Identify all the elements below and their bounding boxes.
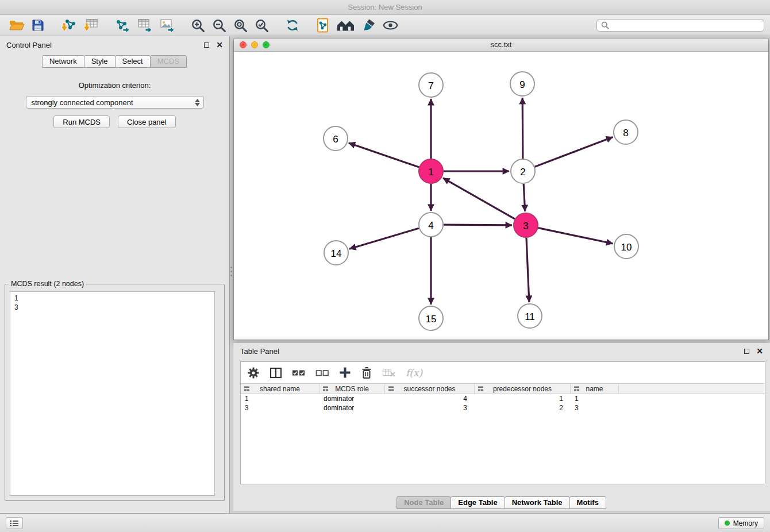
export-image-button[interactable] [157, 17, 176, 34]
edge-4-3[interactable] [444, 225, 512, 225]
delete-table-icon [382, 368, 396, 378]
refresh-layout-button[interactable] [283, 17, 302, 34]
float-panel-icon[interactable] [204, 43, 209, 48]
edge-3-1[interactable] [443, 178, 515, 219]
float-table-panel-icon[interactable] [744, 349, 749, 354]
panel-splitter-handle[interactable] [229, 261, 233, 281]
tab-motifs[interactable]: Motifs [569, 496, 606, 509]
edge-2-8[interactable] [535, 137, 613, 167]
tab-network-table[interactable]: Network Table [505, 496, 570, 509]
column-header-successor-nodes[interactable]: successor nodes [385, 384, 475, 394]
edge-4-14[interactable] [349, 228, 419, 249]
table-row[interactable]: 1dominator411 [241, 394, 765, 403]
tab-style[interactable]: Style [84, 55, 116, 68]
refresh-layout-icon [285, 18, 300, 33]
column-header-mcds-role[interactable]: MCDS role [319, 384, 385, 394]
criterion-dropdown[interactable]: strongly connected component [26, 96, 204, 109]
close-panel-icon[interactable]: ✕ [216, 41, 223, 49]
table-toolbar: f(x) [241, 362, 765, 383]
deselect-all-button[interactable] [315, 369, 329, 377]
graph-node-1[interactable]: 1 [419, 159, 443, 183]
svg-text:1: 1 [428, 167, 433, 178]
settings-gear-button[interactable] [247, 367, 260, 379]
tab-select[interactable]: Select [115, 55, 151, 68]
edge-1-6[interactable] [349, 143, 419, 167]
memory-status-icon [725, 521, 730, 526]
close-panel-button[interactable]: Close panel [118, 115, 176, 128]
export-image-icon [159, 18, 175, 33]
add-column-button[interactable] [339, 367, 351, 379]
svg-text:4: 4 [428, 220, 433, 231]
delete-column-button[interactable] [361, 367, 372, 379]
import-table-button[interactable] [81, 17, 100, 34]
show-hide-button[interactable] [381, 18, 400, 32]
open-session-button[interactable] [7, 18, 26, 33]
graph-node-4[interactable]: 4 [419, 213, 443, 237]
function-builder-button[interactable]: f(x) [406, 367, 422, 379]
graph-node-11[interactable]: 11 [518, 304, 542, 328]
panel-menu-button[interactable] [6, 517, 23, 529]
svg-text:11: 11 [525, 311, 535, 322]
tab-mcds[interactable]: MCDS [150, 55, 187, 68]
svg-text:9: 9 [519, 79, 525, 90]
tab-edge-table[interactable]: Edge Table [451, 496, 505, 509]
search-field[interactable] [596, 19, 764, 32]
select-all-icon [292, 369, 306, 377]
close-table-panel-icon[interactable]: ✕ [756, 347, 763, 355]
graph-node-7[interactable]: 7 [419, 73, 443, 97]
zoom-selected-button[interactable] [253, 17, 271, 34]
table-cell: 1 [475, 395, 571, 403]
graph-node-2[interactable]: 2 [511, 159, 535, 183]
column-header-shared-name[interactable]: shared name [241, 384, 319, 394]
column-edit-icon [388, 385, 394, 392]
network-canvas[interactable]: 7968124314101511 [234, 52, 768, 340]
titlebar: Session: New Session [0, 0, 770, 15]
minimize-window-icon[interactable]: − [251, 41, 258, 48]
zoom-out-icon [212, 18, 226, 33]
import-network-icon [60, 18, 76, 33]
tab-node-table[interactable]: Node Table [396, 496, 451, 509]
style-brush-button[interactable] [360, 17, 378, 33]
table-row[interactable]: 3dominator323 [241, 403, 765, 413]
search-input[interactable] [612, 21, 760, 30]
memory-button[interactable]: Memory [718, 517, 764, 529]
export-table-button[interactable] [135, 17, 154, 34]
graph-node-9[interactable]: 9 [510, 72, 534, 96]
delete-table-button[interactable] [382, 368, 396, 378]
split-panel-button[interactable] [270, 367, 282, 379]
column-header-name[interactable]: name [571, 384, 619, 394]
select-all-button[interactable] [292, 369, 306, 377]
mcds-result-list[interactable]: 13 [10, 291, 215, 496]
tab-network[interactable]: Network [42, 55, 84, 68]
column-edit-icon [573, 385, 580, 392]
export-network-button[interactable] [113, 17, 132, 34]
table-cell: 3 [571, 404, 619, 412]
save-session-button[interactable] [30, 18, 46, 33]
maximize-window-icon[interactable]: + [263, 41, 270, 48]
svg-text:2: 2 [520, 167, 525, 178]
zoom-in-button[interactable] [189, 17, 207, 34]
edge-3-11[interactable] [526, 238, 529, 302]
graph-node-3[interactable]: 3 [514, 213, 538, 237]
result-item[interactable]: 1 [14, 294, 210, 303]
graph-node-15[interactable]: 15 [419, 306, 443, 330]
network-window-titlebar[interactable]: × − + scc.txt [234, 38, 768, 52]
edge-2-9[interactable] [522, 98, 523, 159]
run-mcds-button[interactable]: Run MCDS [53, 115, 110, 128]
graph-node-14[interactable]: 14 [324, 241, 348, 265]
zoom-fit-button[interactable] [232, 17, 249, 34]
zoom-out-button[interactable] [210, 17, 228, 34]
close-window-icon[interactable]: × [240, 41, 247, 48]
graph-node-8[interactable]: 8 [614, 120, 638, 144]
result-item[interactable]: 3 [14, 303, 210, 312]
graph-node-10[interactable]: 10 [614, 234, 638, 259]
import-network-button[interactable] [59, 17, 78, 34]
edge-2-3[interactable] [523, 184, 525, 211]
graph-node-6[interactable]: 6 [324, 126, 348, 151]
first-neighbors-button[interactable] [335, 18, 356, 33]
network-from-selection-button[interactable] [314, 17, 332, 34]
table-cell: dominator [319, 395, 385, 403]
svg-text:15: 15 [426, 314, 437, 325]
column-header-predecessor-nodes[interactable]: predecessor nodes [475, 384, 571, 394]
edge-3-10[interactable] [538, 228, 613, 244]
